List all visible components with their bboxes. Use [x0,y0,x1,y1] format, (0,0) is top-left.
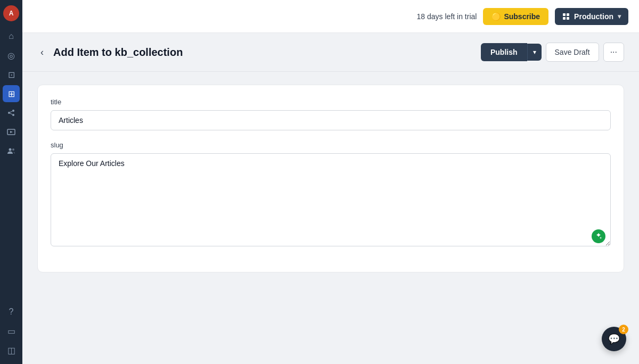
media-icon[interactable] [3,123,20,140]
monitor-icon[interactable]: ▭ [3,322,20,340]
slug-field-group: slug Explore Our Articles [51,141,611,249]
back-button[interactable]: ‹ [37,46,47,59]
svg-point-0 [8,112,10,114]
svg-rect-11 [563,17,566,20]
publish-button[interactable]: Publish [481,43,527,61]
svg-line-3 [10,111,12,112]
slug-textarea[interactable]: Explore Our Articles [51,153,611,246]
document-icon[interactable]: ⊡ [3,66,20,83]
chat-button[interactable]: 💬 2 [602,327,626,351]
main-content: 18 days left in trial 🟡 Subscribe Produc… [22,0,639,364]
chat-badge: 2 [619,325,628,334]
more-options-button[interactable]: ··· [603,43,624,62]
grid-icon[interactable]: ⊞ [3,85,20,102]
svg-rect-12 [567,17,569,20]
help-icon[interactable]: ? [3,303,20,320]
publish-caret-icon: ▾ [533,48,536,56]
svg-point-2 [12,114,14,116]
publish-button-group: Publish ▾ [481,43,542,61]
subscribe-icon: 🟡 [491,12,501,21]
sidebar: A ⌂ ◎ ⊡ ⊞ ? ▭ ◫ [0,0,22,364]
form-area: title slug Explore Our Articles [22,72,639,364]
home-icon[interactable]: ⌂ [3,28,20,45]
chat-icon: 💬 [608,333,620,345]
activity-icon[interactable]: ◎ [3,47,20,64]
slug-label: slug [51,141,611,149]
integrations-icon[interactable] [3,104,20,121]
slug-textarea-wrapper: Explore Our Articles [51,153,611,249]
title-input[interactable] [51,110,611,130]
svg-line-4 [10,113,12,114]
topbar: 18 days left in trial 🟡 Subscribe Produc… [22,0,639,33]
title-field-group: title [51,98,611,130]
more-icon: ··· [610,47,617,56]
title-label: title [51,98,611,106]
page-header-left: ‹ Add Item to kb_collection [37,46,183,59]
page-title: Add Item to kb_collection [53,46,183,59]
production-icon [562,13,570,20]
svg-point-7 [9,148,12,151]
publish-caret-button[interactable]: ▾ [527,44,542,61]
ai-assist-icon[interactable] [592,229,605,243]
form-card: title slug Explore Our Articles [37,85,624,272]
save-draft-button[interactable]: Save Draft [546,43,599,62]
production-chevron-icon: ▾ [618,13,621,20]
svg-marker-6 [10,131,13,133]
page-header-right: Publish ▾ Save Draft ··· [481,43,624,62]
production-button[interactable]: Production ▾ [555,8,628,25]
svg-rect-10 [567,13,569,16]
layers-icon[interactable]: ◫ [3,342,20,359]
svg-point-8 [12,148,14,151]
svg-rect-9 [563,13,566,16]
content-area: ‹ Add Item to kb_collection Publish ▾ Sa… [22,33,639,364]
avatar[interactable]: A [3,5,19,21]
back-icon: ‹ [40,47,44,58]
trial-text: 18 days left in trial [417,12,477,21]
subscribe-button[interactable]: 🟡 Subscribe [483,8,548,25]
svg-point-1 [12,110,14,112]
users-icon[interactable] [3,143,20,160]
page-header: ‹ Add Item to kb_collection Publish ▾ Sa… [22,33,639,72]
